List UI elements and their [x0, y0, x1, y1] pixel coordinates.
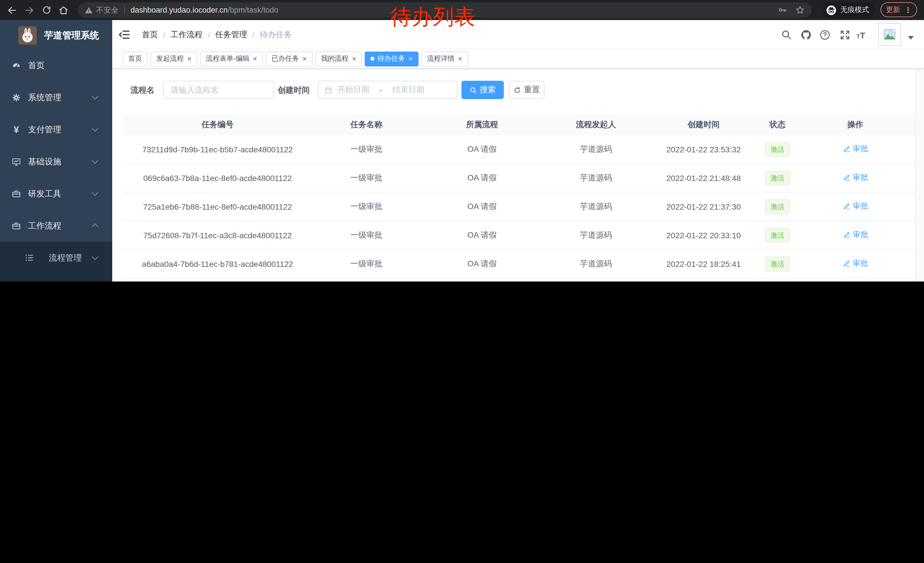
incognito-badge: 无痕模式 — [823, 2, 875, 18]
close-icon[interactable]: × — [187, 55, 192, 62]
reset-button[interactable]: 重置 — [509, 81, 544, 99]
table-cell: OA 请假 — [421, 144, 543, 155]
breadcrumb-item[interactable]: 工作流程 — [171, 30, 202, 40]
search-button-icon — [470, 86, 477, 94]
approve-link[interactable]: 审批 — [842, 201, 868, 211]
approve-link[interactable]: 审批 — [842, 144, 868, 154]
close-icon[interactable]: × — [302, 55, 307, 62]
sidebar-item-dev-tools[interactable]: 研发工具 — [0, 177, 112, 210]
sidebar-item-home[interactable]: 首页 — [0, 49, 112, 81]
chevron-down-icon — [92, 125, 99, 132]
help-icon[interactable] — [819, 29, 831, 41]
breadcrumb-item[interactable]: 首页 — [142, 30, 158, 40]
fullscreen-icon[interactable] — [839, 29, 851, 41]
password-key-icon[interactable] — [777, 5, 787, 15]
pen-icon — [842, 202, 850, 210]
broken-image-icon — [882, 27, 897, 42]
insecure-label: 不安全 — [96, 5, 118, 15]
browser-back-icon[interactable] — [6, 4, 18, 17]
table-cell: 芋道源码 — [543, 201, 649, 212]
pen-icon — [842, 145, 850, 153]
sidebar-item-workflow[interactable]: 工作流程 — [0, 210, 112, 242]
browser-forward-icon[interactable] — [23, 4, 36, 17]
tab-my-process[interactable]: 我的流程× — [315, 51, 362, 66]
browser-update-button[interactable]: 更新 ⋮ — [880, 2, 917, 17]
close-icon[interactable]: × — [352, 55, 356, 62]
screenshot-root: 不安全 dashboard.yudao.iocoder.cn/bpm/task/… — [0, 0, 924, 281]
gear-icon — [12, 93, 21, 102]
chevron-down-icon — [92, 93, 99, 100]
tag-tabs-bar: 首页发起流程×流程表单-编辑×已办任务×我的流程×待办任务×流程详情× — [112, 49, 924, 69]
tab-process-detail[interactable]: 流程详情× — [422, 51, 468, 66]
sidebar-item-payment[interactable]: ¥支付管理 — [0, 113, 112, 146]
status-cell: 激活 — [759, 256, 796, 271]
user-avatar[interactable] — [878, 23, 901, 46]
tab-home[interactable]: 首页 — [123, 51, 148, 66]
tab-done-task[interactable]: 已办任务× — [266, 51, 312, 66]
top-header: 首页/工作流程/任务管理/待办任务 TT — [112, 20, 924, 49]
search-button[interactable]: 搜索 — [461, 81, 504, 99]
briefcase-icon — [12, 221, 21, 231]
app-logo[interactable]: 芋道管理系统 — [0, 25, 99, 47]
column-header: 任务编号 — [123, 120, 312, 130]
sidebar-item-process-mgmt[interactable]: 流程管理 — [0, 242, 112, 274]
create-time-label: 创建时间 — [278, 81, 310, 99]
main-content: 流程名 创建时间 开始日期 - 结束日期 搜索 重置 任务编号任务名称所属流 — [112, 69, 915, 281]
avatar-dropdown-caret-icon[interactable] — [908, 36, 914, 39]
breadcrumb-item[interactable]: 任务管理 — [215, 30, 248, 40]
browser-home-icon[interactable] — [57, 4, 70, 17]
task-table: 任务编号任务名称所属流程流程发起人创建时间状态操作 73211d9d-7b9b-… — [123, 114, 914, 281]
table-row: 725a1eb6-7b88-11ec-8ef0-acde48001122一级审批… — [123, 192, 914, 221]
column-header: 状态 — [759, 120, 796, 130]
refresh-icon — [513, 86, 521, 94]
sidebar-collapse-icon[interactable] — [118, 29, 130, 41]
status-badge: 激活 — [765, 199, 790, 214]
table-cell: 一级审批 — [312, 201, 421, 212]
process-name-input[interactable] — [163, 81, 274, 99]
tab-todo-task[interactable]: 待办任务× — [365, 51, 418, 66]
table-cell: 一级审批 — [312, 173, 421, 183]
chevron-up-icon — [92, 224, 99, 230]
tab-start-process[interactable]: 发起流程× — [151, 51, 197, 66]
start-date-placeholder: 开始日期 — [337, 85, 369, 95]
end-date-placeholder: 结束日期 — [393, 85, 424, 95]
chevron-down-icon — [92, 189, 99, 196]
table-cell: OA 请假 — [421, 173, 543, 183]
column-header: 任务名称 — [312, 120, 421, 130]
font-size-icon[interactable]: TT — [856, 30, 869, 43]
status-badge: 激活 — [765, 170, 790, 185]
tab-form-edit[interactable]: 流程表单-编辑× — [200, 51, 263, 66]
table-row: 8f0d1619-7ac8-11ec-a9e2-a2380e71991a1.2测… — [123, 278, 914, 281]
table-cell: OA 请假 — [421, 230, 543, 240]
sidebar-item-task-mgmt[interactable]: 任务管理 — [0, 274, 112, 281]
annotation-overlay-text: 待办列表 — [390, 3, 475, 32]
table-cell: 75d72608-7b7f-11ec-a3c8-acde48001122 — [123, 231, 312, 240]
status-cell: 激活 — [759, 142, 796, 157]
bookmark-star-icon[interactable] — [795, 5, 805, 15]
close-icon[interactable]: × — [253, 55, 257, 62]
insecure-warning-icon — [85, 6, 93, 14]
browser-reload-icon[interactable] — [40, 4, 52, 17]
table-cell: a6aba0a4-7b6d-11ec-b781-acde48001122 — [123, 259, 312, 268]
column-header: 创建时间 — [649, 120, 759, 130]
close-icon[interactable]: × — [458, 55, 462, 62]
approve-link[interactable]: 审批 — [842, 258, 868, 269]
table-body: 73211d9d-7b9b-11ec-b5b7-acde48001122一级审批… — [123, 135, 914, 281]
browser-menu-icon[interactable]: ⋮ — [904, 6, 912, 14]
action-cell: 审批 — [796, 144, 914, 155]
sidebar-item-system[interactable]: 系统管理 — [0, 81, 112, 113]
process-name-label: 流程名 — [130, 81, 154, 99]
github-icon[interactable] — [800, 29, 812, 41]
action-cell: 审批 — [796, 258, 914, 269]
breadcrumb: 首页/工作流程/任务管理/待办任务 — [142, 20, 292, 49]
approve-link[interactable]: 审批 — [842, 173, 868, 183]
omnibox-divider — [124, 6, 125, 14]
incognito-icon — [825, 4, 837, 16]
create-time-range-picker[interactable]: 开始日期 - 结束日期 — [318, 81, 458, 99]
breadcrumb-separator: / — [208, 30, 210, 39]
column-header: 流程发起人 — [543, 120, 649, 130]
close-icon[interactable]: × — [408, 55, 413, 62]
search-icon[interactable] — [780, 29, 792, 41]
approve-link[interactable]: 审批 — [842, 230, 868, 240]
sidebar-item-infrastructure[interactable]: 基础设施 — [0, 146, 112, 177]
